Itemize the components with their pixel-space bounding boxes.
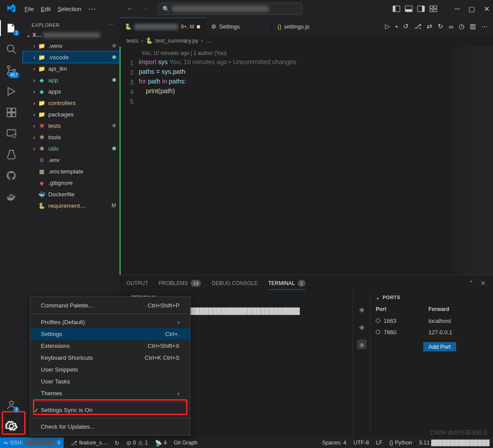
vscode-logo-icon [5, 3, 18, 15]
tree-item-envtemplate[interactable]: ▦.env.template [23, 166, 119, 177]
tree-item-tools[interactable]: ›✱tools [23, 131, 119, 143]
tree-item-env[interactable]: ⚙.env [23, 154, 119, 166]
spaces-status[interactable]: Spaces: 4 [322, 440, 346, 446]
timer-icon[interactable]: ◷ [459, 22, 464, 30]
ports-panel: ⌄PORTS PortForward 1863localhost7860127.… [370, 291, 493, 437]
play-dropdown-icon[interactable]: ▾ [396, 24, 398, 29]
nav-back-icon[interactable]: ← [126, 4, 134, 14]
svg-point-21 [10, 401, 14, 405]
menu-file[interactable]: FFileile [21, 6, 37, 12]
layout-bottom-icon[interactable] [405, 5, 413, 13]
account-icon[interactable]: 3 [5, 399, 18, 411]
manage-gear-icon[interactable] [5, 420, 18, 432]
menu-extensions[interactable]: ExtensionsCtrl+Shift+X [30, 340, 190, 352]
run-debug-icon[interactable] [5, 85, 18, 98]
tree-item-utils[interactable]: ›✱utils [23, 143, 119, 154]
tab-settings-json[interactable]: {} settings.js [272, 18, 315, 35]
gear-icon: ⚙ [211, 23, 216, 30]
remote-ssh-status[interactable]: ⇋ SSH:9 [0, 437, 64, 448]
source-control-icon[interactable]: 457 [5, 64, 18, 76]
encoding-status[interactable]: UTF-8 [353, 440, 369, 446]
play-icon[interactable]: ▷ [385, 22, 390, 30]
project-header[interactable]: ⌄X… [23, 30, 119, 40]
tree-item-packages[interactable]: ›📁packages [23, 108, 119, 120]
menu-user-tasks[interactable]: User Tasks [30, 376, 190, 387]
tree-item-api_llm[interactable]: ›📁api_llm [23, 63, 119, 74]
link-icon[interactable]: ∞ [449, 23, 453, 30]
extensions-icon[interactable] [5, 106, 18, 119]
port-row-7860[interactable]: 7860127.0.0.1 [371, 326, 493, 338]
svg-rect-5 [422, 6, 425, 12]
terminal-instance-3-icon[interactable]: ◈ [357, 340, 367, 349]
menu-themes[interactable]: Themes› [30, 387, 190, 399]
editor-more-icon[interactable]: ⋯ [481, 22, 488, 30]
tree-item-tests[interactable]: ›✱tests [23, 120, 119, 131]
layout-custom-icon[interactable] [429, 5, 437, 13]
ports-header[interactable]: PORTS [383, 295, 400, 300]
menu-settings-sync[interactable]: ✓Settings Sync is On [30, 404, 190, 416]
menu-settings[interactable]: SettingsCtrl+, [30, 328, 190, 340]
command-center[interactable]: 🔍 [158, 3, 302, 15]
panel-maximize-icon[interactable]: ⌃ [468, 279, 474, 287]
compare-icon[interactable]: ⇄ [427, 22, 432, 30]
history-icon[interactable]: ↺ [403, 22, 409, 30]
git-branch-icon[interactable]: ⎇ [414, 22, 421, 30]
docker-icon[interactable] [5, 191, 18, 203]
python-env-status[interactable]: 3.11.███████████████ [419, 440, 489, 446]
terminal-instance-2-icon[interactable]: ◈ [357, 322, 367, 332]
maximize-icon[interactable]: ▢ [468, 5, 475, 13]
ports-status[interactable]: 📡 4 [155, 440, 167, 446]
language-status[interactable]: {} Python [389, 440, 412, 446]
panel-close-icon[interactable]: ✕ [480, 279, 486, 287]
menu-keyboard-shortcuts[interactable]: Keyboard ShortcutsCtrl+K Ctrl+S [30, 352, 190, 364]
explorer-icon[interactable]: 1 [5, 22, 18, 34]
breadcrumb[interactable]: tests› 🐍test_summary.py› … [119, 35, 493, 47]
tab-settings[interactable]: ⚙ Settings [206, 18, 245, 35]
github-icon[interactable] [5, 170, 18, 182]
testing-icon[interactable] [5, 148, 18, 161]
search-activity-icon[interactable] [5, 43, 18, 55]
tree-item-venv[interactable]: ›📁.venv [23, 40, 119, 51]
menu-profiles[interactable]: Profiles (Default)› [30, 316, 190, 328]
git-branch-status[interactable]: ⎇ feature_s… [71, 440, 108, 446]
sync-icon[interactable]: ↻ [438, 22, 443, 30]
problems-status[interactable]: ⊘ 0 ⚠ 1 [126, 440, 148, 446]
tree-item-app[interactable]: ›◆app [23, 74, 119, 86]
menu-selection[interactable]: Selection [54, 6, 84, 12]
tree-item-vscode[interactable]: ›📁.vscode [23, 51, 119, 63]
split-editor-icon[interactable]: ▥ [470, 22, 476, 30]
tab-file-1[interactable]: 🐍 9+, M [119, 18, 206, 35]
tree-item-Dockerfile[interactable]: 🐳Dockerfile [23, 188, 119, 200]
panel-tab-terminal[interactable]: TERMINAL2 [268, 280, 306, 290]
codelens[interactable]: You, 10 minutes ago | 1 author (You) [139, 48, 493, 57]
nav-forward-icon[interactable]: → [141, 4, 149, 14]
code-editor[interactable]: 12345 You, 10 minutes ago | 1 author (Yo… [119, 47, 493, 275]
add-port-button[interactable]: Add Port [423, 342, 456, 351]
panel-tab-debug[interactable]: DEBUG CONSOLE [212, 280, 258, 286]
tree-item-apps[interactable]: ›◆apps [23, 86, 119, 97]
gitgraph-status[interactable]: Git Graph [174, 440, 198, 446]
minimize-icon[interactable]: ─ [455, 5, 460, 13]
eol-status[interactable]: LF [376, 440, 382, 446]
tree-item-gitignore[interactable]: ◆.gitignore [23, 177, 119, 188]
layout-left-icon[interactable] [392, 5, 400, 13]
menu-command-palette[interactable]: Command Palette...Ctrl+Shift+P [30, 300, 190, 311]
tree-item-controllers[interactable]: ›📁controllers [23, 97, 119, 108]
account-badge: 3 [13, 407, 19, 413]
sidebar-more-icon[interactable]: ⋯ [109, 22, 115, 28]
close-icon[interactable]: ✕ [484, 5, 489, 13]
menu-check-updates[interactable]: Check for Updates... [30, 421, 190, 433]
terminal-instance-1-icon[interactable]: ◈ [357, 304, 367, 314]
remote-explorer-icon[interactable] [5, 127, 18, 140]
panel-tab-problems[interactable]: PROBLEMS14 [158, 280, 201, 287]
layout-right-icon[interactable] [417, 5, 425, 13]
port-row-1863[interactable]: 1863localhost [371, 315, 493, 326]
menu-user-snippets[interactable]: User Snippets [30, 364, 190, 376]
panel-tab-output[interactable]: OUTPUT [126, 280, 148, 286]
tree-item-requirement[interactable]: 🐍requirement…M [23, 200, 119, 211]
svg-rect-6 [430, 6, 433, 8]
menu-more-icon[interactable]: ⋯ [85, 4, 100, 14]
menu-edit[interactable]: Edit [37, 6, 54, 12]
sync-status[interactable]: ↻ [115, 440, 119, 446]
minimap[interactable] [453, 47, 493, 275]
